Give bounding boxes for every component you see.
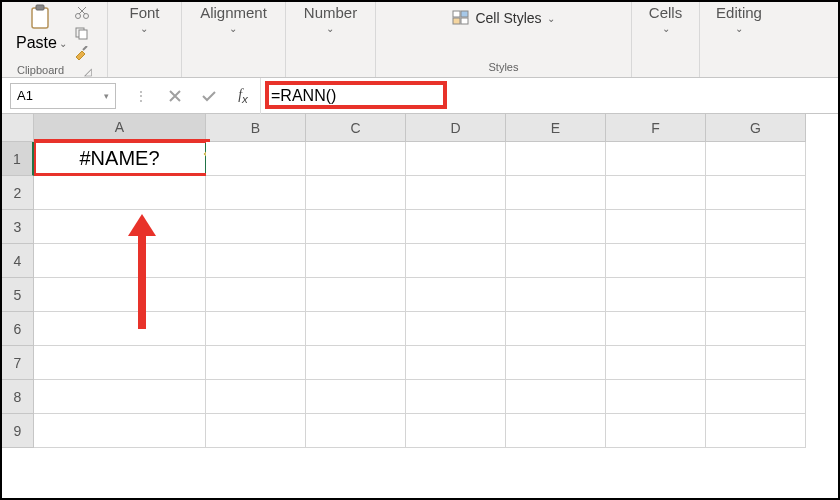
- paste-button[interactable]: Paste⌄: [16, 4, 67, 52]
- cell[interactable]: [606, 176, 706, 210]
- cell[interactable]: [306, 142, 406, 176]
- cell[interactable]: [34, 244, 206, 278]
- cell[interactable]: [206, 312, 306, 346]
- clipboard-launcher[interactable]: ◿: [84, 66, 92, 77]
- cell[interactable]: [406, 278, 506, 312]
- cell[interactable]: [706, 176, 806, 210]
- cell[interactable]: [506, 176, 606, 210]
- cell[interactable]: [206, 210, 306, 244]
- cell[interactable]: [206, 346, 306, 380]
- column-header[interactable]: D: [406, 114, 506, 142]
- cell[interactable]: [306, 346, 406, 380]
- cell[interactable]: [706, 380, 806, 414]
- row-header[interactable]: 9: [2, 414, 34, 448]
- chevron-down-icon[interactable]: ▾: [104, 91, 109, 101]
- row-header[interactable]: 3: [2, 210, 34, 244]
- cell[interactable]: [34, 176, 206, 210]
- cell[interactable]: [506, 210, 606, 244]
- cell[interactable]: [34, 414, 206, 448]
- cell[interactable]: [706, 414, 806, 448]
- cell[interactable]: [34, 312, 206, 346]
- cell[interactable]: [406, 210, 506, 244]
- formula-input[interactable]: =RANN(): [260, 78, 838, 114]
- cell[interactable]: [506, 278, 606, 312]
- cell[interactable]: [406, 380, 506, 414]
- cell[interactable]: [206, 244, 306, 278]
- alignment-dropdown[interactable]: Alignment⌄: [200, 4, 267, 34]
- cell[interactable]: [606, 380, 706, 414]
- cell[interactable]: [606, 244, 706, 278]
- cell-styles-icon: [452, 10, 470, 26]
- cell[interactable]: [34, 210, 206, 244]
- cells-dropdown[interactable]: Cells⌄: [649, 4, 682, 34]
- styles-label: Styles: [489, 59, 519, 77]
- cell[interactable]: [406, 142, 506, 176]
- cell[interactable]: [506, 346, 606, 380]
- cell[interactable]: [306, 278, 406, 312]
- cell[interactable]: [306, 210, 406, 244]
- cell[interactable]: [206, 278, 306, 312]
- cell[interactable]: [34, 380, 206, 414]
- cell[interactable]: [306, 312, 406, 346]
- format-painter-button[interactable]: [71, 44, 93, 62]
- select-all-corner[interactable]: [2, 114, 34, 142]
- cell[interactable]: [706, 210, 806, 244]
- number-dropdown[interactable]: Number⌄: [304, 4, 357, 34]
- font-dropdown[interactable]: Font⌄: [129, 4, 159, 34]
- cell[interactable]: [406, 414, 506, 448]
- cut-button[interactable]: [71, 4, 93, 22]
- editing-dropdown[interactable]: Editing⌄: [716, 4, 762, 34]
- row-header[interactable]: 2: [2, 176, 34, 210]
- cell[interactable]: [206, 176, 306, 210]
- insert-function-button[interactable]: fx: [226, 78, 260, 114]
- cell[interactable]: [606, 414, 706, 448]
- row-header[interactable]: 8: [2, 380, 34, 414]
- cell[interactable]: [606, 278, 706, 312]
- cancel-button[interactable]: [158, 78, 192, 114]
- copy-button[interactable]: [71, 24, 93, 42]
- cell[interactable]: [406, 244, 506, 278]
- cell[interactable]: [706, 278, 806, 312]
- row-header[interactable]: 5: [2, 278, 34, 312]
- name-box[interactable]: A1 ▾: [10, 83, 116, 109]
- cell[interactable]: [606, 210, 706, 244]
- cell[interactable]: [306, 176, 406, 210]
- cell[interactable]: [34, 346, 206, 380]
- cell[interactable]: [306, 380, 406, 414]
- cell[interactable]: [606, 346, 706, 380]
- cell[interactable]: [506, 142, 606, 176]
- cell[interactable]: [34, 278, 206, 312]
- column-header[interactable]: A: [34, 114, 206, 142]
- cell[interactable]: [506, 244, 606, 278]
- row-header[interactable]: 1: [2, 142, 34, 176]
- cell[interactable]: [206, 380, 306, 414]
- row-header[interactable]: 4: [2, 244, 34, 278]
- cell-a1[interactable]: #NAME? !: [34, 142, 206, 176]
- cell[interactable]: [306, 414, 406, 448]
- column-header[interactable]: C: [306, 114, 406, 142]
- cell[interactable]: [706, 244, 806, 278]
- row-header[interactable]: 6: [2, 312, 34, 346]
- cell[interactable]: [606, 312, 706, 346]
- cell[interactable]: [406, 176, 506, 210]
- column-header[interactable]: B: [206, 114, 306, 142]
- cell-styles-button[interactable]: Cell Styles ⌄: [452, 10, 554, 26]
- enter-button[interactable]: [192, 78, 226, 114]
- cell[interactable]: [206, 414, 306, 448]
- cell[interactable]: [606, 142, 706, 176]
- cell[interactable]: [306, 244, 406, 278]
- column-header[interactable]: G: [706, 114, 806, 142]
- cell[interactable]: [406, 312, 506, 346]
- cell[interactable]: [506, 380, 606, 414]
- cell[interactable]: [506, 414, 606, 448]
- row-header[interactable]: 7: [2, 346, 34, 380]
- cell[interactable]: [706, 142, 806, 176]
- column-header[interactable]: F: [606, 114, 706, 142]
- cell[interactable]: [206, 142, 306, 176]
- cell[interactable]: [406, 346, 506, 380]
- column-header[interactable]: E: [506, 114, 606, 142]
- cell[interactable]: [506, 312, 606, 346]
- function-wizard-button[interactable]: ⋮: [124, 78, 158, 114]
- cell[interactable]: [706, 346, 806, 380]
- cell[interactable]: [706, 312, 806, 346]
